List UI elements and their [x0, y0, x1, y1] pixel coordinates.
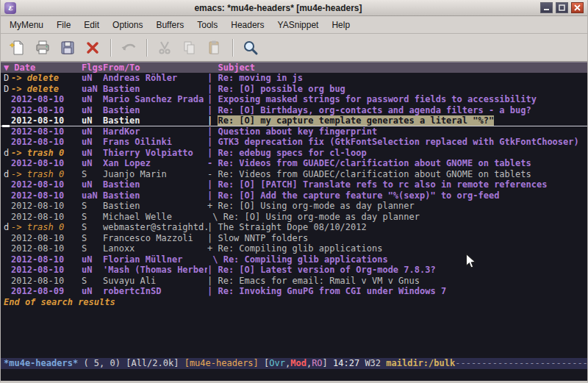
flags-cell: uN: [82, 126, 103, 137]
menu-options[interactable]: Options: [106, 17, 149, 33]
close-button[interactable]: [571, 2, 584, 13]
date-cell: 2012-08-10: [11, 179, 82, 190]
date-cell: -> trash 0: [11, 148, 82, 159]
header-line: ▼Date Flgs From/To Subject: [1, 62, 587, 73]
date-cell: 2012-08-10: [11, 126, 82, 137]
mark-char: [4, 212, 11, 223]
message-row[interactable]: 2012-08-10uNMario Sanchez Prada| Exposin…: [1, 94, 587, 105]
undo-button[interactable]: [116, 37, 141, 59]
column-header-from[interactable]: From/To: [103, 62, 207, 73]
menu-tools[interactable]: Tools: [190, 17, 224, 33]
subject-cell: | Exposing masked strings for password f…: [207, 94, 587, 105]
date-cell: 2012-08-10: [11, 94, 82, 105]
flags-cell: uN: [82, 94, 103, 105]
date-cell: 2012-08-10: [11, 201, 82, 212]
message-row[interactable]: 2012-08-10SSuvayu Ali| Re: Emacs for ema…: [1, 276, 587, 287]
menu-mymenu[interactable]: MyMenu: [3, 17, 50, 33]
from-cell: Thierry Volpiatto: [103, 148, 207, 159]
from-cell: Xan Lopez: [103, 158, 207, 169]
emacs-icon: ε: [4, 2, 16, 14]
message-row[interactable]: 2012-08-09uNrobertcInSD| Re: Invoking Gn…: [1, 286, 587, 297]
subject-cell: | The Straight Dope 08/10/2012: [207, 222, 587, 233]
print-button[interactable]: [30, 37, 55, 59]
search-button[interactable]: [238, 37, 263, 59]
flags-cell: uN: [82, 73, 103, 84]
message-row[interactable]: 2012-08-10uNBastien| Re: [O] Birthdays, …: [1, 105, 587, 116]
paste-button[interactable]: [202, 37, 227, 59]
message-row[interactable]: d-> trash 0uNThierry Volpiatto| Re: edeb…: [1, 148, 587, 159]
subject-cell: \ Re: [O] Using org-mode as day planner: [207, 212, 587, 223]
emacs-window: ε emacs: *mu4e-headers* [mu4e-headers] M…: [0, 0, 588, 383]
flags-cell: uN: [82, 158, 103, 169]
message-row[interactable]: 2012-08-10uaNBastien| Re: [O] Add the ca…: [1, 190, 587, 201]
new-file-button[interactable]: [5, 37, 30, 59]
subject-cell: - Re: Videos from GUADEC/clarification a…: [207, 169, 587, 180]
message-row[interactable]: 2012-08-10uNXan Lopez- Re: Videos from G…: [1, 158, 587, 169]
subject-cell: | Re: [O] Birthdays, org-contacts and ag…: [207, 105, 587, 116]
message-row[interactable]: 2012-08-10uNBastien| Re: [O] my capture …: [1, 115, 587, 126]
menu-yasnippet[interactable]: YASnippet: [271, 17, 326, 33]
date-cell: 2012-08-10: [11, 137, 82, 148]
search-icon: [242, 39, 259, 57]
title-bar: ε emacs: *mu4e-headers* [mu4e-headers]: [1, 0, 587, 16]
menu-buffers[interactable]: Buffers: [149, 17, 190, 33]
new-file-icon: [9, 39, 26, 57]
from-cell: Florian Müllner: [103, 254, 207, 265]
mark-char: [4, 265, 11, 276]
message-row[interactable]: D-> deleteuaNBastien| Re: [O] possible o…: [1, 84, 587, 95]
message-row[interactable]: 2012-08-10SBastien+ Re: [O] Using org-mo…: [1, 201, 587, 212]
save-icon: [59, 39, 76, 57]
menu-help[interactable]: Help: [325, 17, 356, 33]
subject-cell: | Re: [O] Latest version of Org-mode 7.8…: [207, 265, 587, 276]
message-row[interactable]: 2012-08-10uNBastien| Re: [O] [PATCH] Tra…: [1, 179, 587, 190]
message-row[interactable]: 2012-08-10SFrancesco Mazzoli| Slow NNTP …: [1, 233, 587, 244]
from-cell: Andreas Röhler: [103, 73, 207, 84]
mark-char: d: [4, 169, 11, 180]
minimize-button[interactable]: [540, 2, 553, 13]
menu-edit[interactable]: Edit: [77, 17, 106, 33]
mark-char: d: [4, 222, 11, 233]
date-cell: 2012-08-10: [11, 158, 82, 169]
flags-cell: uaN: [82, 84, 103, 95]
flags-cell: S: [82, 212, 103, 223]
flags-cell: uN: [82, 148, 103, 159]
message-row[interactable]: 2012-08-10SMichael Welle \ Re: [O] Using…: [1, 212, 587, 223]
modeline-segment: *mu4e-headers*: [4, 358, 78, 368]
flags-cell: uN: [82, 137, 103, 148]
paste-icon: [206, 39, 223, 57]
message-row[interactable]: d-> trash 0SJuanjo Marin- Re: Videos fro…: [1, 169, 587, 180]
maximize-button[interactable]: [556, 2, 568, 13]
menu-file[interactable]: File: [50, 17, 77, 33]
echo-area[interactable]: [1, 369, 587, 381]
menu-headers[interactable]: Headers: [224, 17, 270, 33]
save-button[interactable]: [55, 37, 80, 59]
copy-button[interactable]: [177, 37, 202, 59]
message-row[interactable]: d-> trash 0Swebmaster@straightd...| The …: [1, 222, 587, 233]
flags-cell: S: [82, 276, 103, 287]
from-cell: Francesco Mazzoli: [103, 233, 207, 244]
modeline-segment: ]: [323, 358, 333, 368]
subject-cell: | Re: edebug specs for cl-loop: [207, 148, 587, 159]
modeline-segment: ( 5, 0): [78, 358, 126, 368]
message-row[interactable]: 2012-08-10SLanoxx+ Re: Compiling glib ap…: [1, 243, 587, 254]
tool-bar: [1, 34, 587, 62]
message-row[interactable]: 2012-08-10uN'Mash (Thomas Herbert)| Re: …: [1, 265, 587, 276]
message-row[interactable]: D-> deleteuNAndreas Röhler| Re: moving i…: [1, 73, 587, 84]
mark-char: D: [4, 73, 11, 84]
column-header-date[interactable]: ▼Date: [4, 62, 82, 73]
close-buffer-button[interactable]: [80, 37, 105, 59]
close-icon: [574, 4, 581, 11]
modeline-segment: [All/2.0k]: [126, 358, 184, 368]
flags-cell: uN: [82, 105, 103, 116]
copy-icon: [181, 39, 198, 57]
mark-char: [4, 190, 11, 201]
message-row[interactable]: 2012-08-10uNFrans Oilinki| GTK3 deprecat…: [1, 137, 587, 148]
subject-cell: | Re: [O] [PATCH] Translate refs to rc a…: [207, 179, 587, 190]
column-header-subject[interactable]: Subject: [207, 62, 587, 73]
message-row[interactable]: 2012-08-10uNHardKor| Question about key …: [1, 126, 587, 137]
message-row[interactable]: 2012-08-10uNFlorian Müllner \ Re: Compil…: [1, 254, 587, 265]
date-cell: 2012-08-10: [11, 243, 82, 254]
from-cell: webmaster@straightd...: [103, 222, 207, 233]
column-header-flags[interactable]: Flgs: [82, 62, 103, 73]
cut-button[interactable]: [152, 37, 177, 59]
